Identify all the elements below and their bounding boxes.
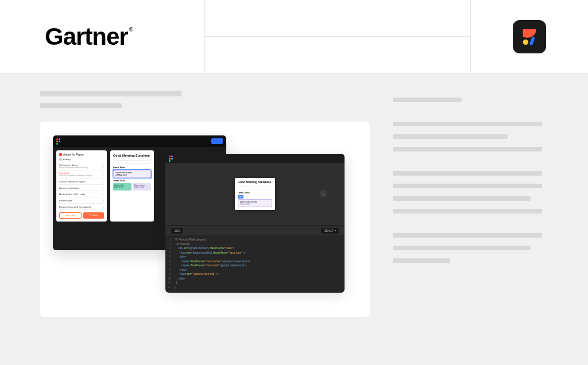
showcase-card: Anima for Figma Andrey Component library…	[40, 122, 370, 317]
placeholder-line	[393, 147, 542, 152]
code-line: 11 );	[165, 281, 345, 285]
preview-area: Good Morning Sunshine Latest Tasks div D…	[165, 163, 345, 225]
framework-select[interactable]: REACT	[321, 228, 339, 234]
sidebar-item[interactable]: Responsiveness & Breakpoints	[59, 204, 104, 210]
code-editor: 1"k">function Task(props) {2 "k">return …	[165, 235, 345, 293]
sidebar-item[interactable]: Component libraryExport components to An…	[59, 162, 104, 170]
sidebar-item[interactable]: Embed code	[59, 197, 104, 204]
preview-button[interactable]: Preview	[83, 212, 105, 219]
placeholder-line	[393, 209, 542, 213]
code-line: 12}	[165, 285, 345, 290]
mock-heading: Good Morning Sunshine	[113, 154, 151, 157]
sidebar-item[interactable]: Media (Video, GIF, Lottie)	[59, 191, 104, 197]
code-line: 8 </div>	[165, 268, 345, 273]
code-line: 2 "k">return (	[165, 242, 345, 247]
svg-point-0	[523, 39, 529, 45]
code-line: 1"k">function Task(props) {	[165, 238, 345, 242]
header-cell-bottom	[204, 37, 471, 73]
stage: Anima for Figma Andrey Component library…	[53, 135, 357, 294]
sidebar-item[interactable]: Convert website to Figma	[59, 178, 104, 185]
code-window: Good Morning Sunshine Latest Tasks div D…	[165, 154, 345, 289]
mini-heading: Good Morning Sunshine	[238, 181, 272, 184]
placeholder-line	[393, 258, 450, 263]
placeholder-line	[393, 134, 508, 139]
element-chip: div	[238, 195, 243, 199]
code-line: 10 </div>	[165, 277, 345, 281]
placeholder-line	[393, 98, 462, 102]
mini-mock: Good Morning Sunshine Latest Tasks div D…	[235, 178, 275, 210]
next-arrow-button[interactable]: ›	[319, 190, 327, 198]
mini-search[interactable]	[238, 187, 272, 189]
placeholder-line	[393, 122, 542, 126]
mock-pill[interactable]: Work meetings 10:00 - 11:00	[133, 183, 151, 191]
placeholder-line	[393, 233, 542, 238]
header-grid	[204, 0, 471, 73]
body: Anima for Figma Andrey Component library…	[0, 73, 588, 365]
placeholder-line	[393, 246, 531, 250]
mini-task[interactable]: Dinner with friends 20 May 2022	[238, 199, 272, 207]
design-mock: Good Morning Sunshine Latest Tasks Dinne…	[110, 150, 154, 222]
code-tabbar: JSX REACT	[165, 225, 345, 235]
code-line: 7 <span className="task-date">{props.dat…	[165, 263, 345, 268]
header: Gartner	[0, 0, 588, 73]
plugin-title: Anima for Figma	[59, 153, 104, 156]
figma-icon	[56, 138, 61, 145]
mock-pill[interactable]: Workout Gym 8:00 - 9:00	[113, 183, 131, 191]
header-badge-area	[471, 0, 588, 73]
code-tab-jsx[interactable]: JSX	[171, 228, 183, 234]
mock-section-label: Today Tasks	[113, 180, 151, 182]
get-code-button[interactable]: Get Code	[59, 212, 82, 219]
plugin-user: Andrey	[59, 158, 104, 161]
plugin-sidebar: Anima for Figma Andrey Component library…	[56, 150, 107, 222]
mock-task-selected[interactable]: Dinner with friends 20 May 2022	[113, 170, 151, 178]
sidebar-item[interactable]: StorybookBring your Storybook components…	[59, 170, 104, 178]
header-cell-top	[204, 0, 471, 37]
header-brand-area: Gartner	[0, 0, 204, 73]
app-badge-icon	[513, 20, 546, 53]
mock-search[interactable]	[113, 160, 151, 164]
figma-titlebar	[53, 135, 226, 147]
code-line: 9 <icon src="options-icon.svg" />	[165, 272, 345, 277]
right-column	[393, 91, 548, 365]
code-line: 4 <icon src={props.iconSrc} className="t…	[165, 251, 345, 255]
code-line: 5 <div>	[165, 255, 345, 259]
brand-logo: Gartner	[45, 23, 131, 51]
mini-section: Latest Tasks	[238, 192, 272, 194]
placeholder-line	[40, 91, 181, 96]
code-line: 3 <div src={props.iconSrc} className="ta…	[165, 246, 345, 251]
figma-icon	[169, 156, 173, 162]
mock-section-label: Latest Tasks	[113, 166, 151, 169]
svg-rect-1	[529, 36, 535, 45]
code-titlebar	[165, 154, 345, 163]
left-column: Anima for Figma Andrey Component library…	[40, 91, 370, 365]
code-line: 6 <span className="task-name">{props.nam…	[165, 259, 345, 264]
placeholder-line	[393, 196, 531, 201]
placeholder-line	[393, 184, 542, 188]
task-date: 20 May 2022	[115, 174, 149, 176]
placeholder-line	[40, 103, 122, 108]
placeholder-line	[393, 171, 542, 176]
share-button[interactable]	[211, 138, 223, 144]
sidebar-item[interactable]: Advanced prototype	[59, 185, 104, 191]
